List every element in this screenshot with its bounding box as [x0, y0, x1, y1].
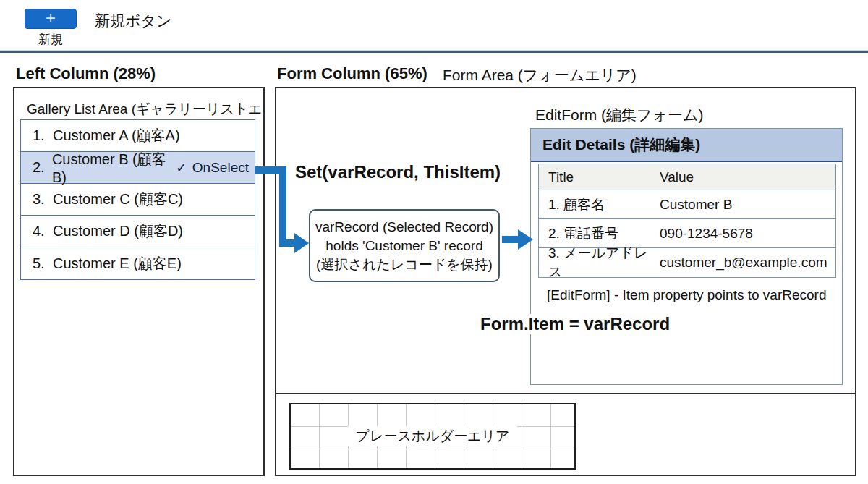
item-index: 2. [33, 159, 52, 176]
gallery-item-customer-b-selected[interactable]: 2. Customer B (顧客B) ✓ OnSelect [21, 152, 255, 184]
item-name: Customer E (顧客E) [53, 254, 182, 273]
gallery-item-customer-c[interactable]: 3. Customer C (顧客C) [21, 184, 255, 216]
form-column-box: Set(varRecord, ThisItem) varRecord (Sele… [275, 87, 856, 476]
table-row-email: 3. メールアドレス customer_b@example.com [539, 248, 835, 277]
new-button-label: 新規 [25, 31, 77, 48]
plus-icon: + [46, 9, 56, 27]
field-label: 1. 顧客名 [539, 195, 650, 214]
editform-label: EditForm (編集フォーム) [535, 105, 703, 125]
placeholder-label: プレースホルダーエリア [348, 426, 516, 446]
var-box-line: varRecord (Selected Record) [315, 218, 493, 237]
form-area-divider [275, 393, 856, 394]
set-formula-text: Set(varRecord, ThisItem) [295, 162, 501, 182]
gallery-item-customer-e[interactable]: 5. Customer E (顧客E) [21, 247, 255, 279]
item-name: Customer A (顧客A) [53, 126, 180, 145]
field-value: customer_b@example.com [650, 255, 835, 271]
column-header-title: Title [539, 169, 650, 185]
var-record-box: varRecord (Selected Record) holds 'Custo… [309, 209, 500, 282]
editform-note: [EditForm] - Item property points to var… [547, 287, 826, 303]
table-row-name: 1. 顧客名 Customer B [539, 190, 835, 219]
item-index: 5. [33, 255, 53, 272]
field-value: Customer B [650, 197, 835, 213]
form-item-formula-text: Form.Item = varRecord [477, 314, 673, 334]
gallery-item-customer-a[interactable]: 1. Customer A (顧客A) [21, 120, 255, 152]
new-button[interactable]: + [25, 9, 77, 29]
field-label: 3. メールアドレス [539, 244, 650, 281]
left-column-box: Gallery List Area (ギャラリーリストエリア) 1. Custo… [13, 87, 265, 476]
item-name: Customer D (顧客D) [53, 221, 183, 241]
form-area-label: Form Area (フォームエリア) [443, 65, 637, 85]
new-button-caption: 新規ボタン [95, 11, 171, 31]
edit-details-table: Title Value 1. 顧客名 Customer B 2. 電話番号 09… [538, 164, 836, 278]
item-index: 1. [33, 127, 53, 144]
form-column-title: Form Column (65%) [277, 64, 427, 83]
editform-box: Edit Details (詳細編集) Title Value 1. 顧客名 C… [530, 128, 843, 385]
item-index: 3. [33, 191, 53, 208]
item-name: Customer B (顧客B) [52, 150, 176, 186]
item-index: 4. [33, 223, 53, 239]
field-value: 090-1234-5678 [650, 226, 835, 242]
wireframe-diagram: + 新規 新規ボタン Left Column (28%) Gallery Lis… [0, 0, 868, 484]
edit-details-header: Edit Details (詳細編集) [531, 129, 842, 162]
table-header-row: Title Value [539, 164, 835, 190]
header-separator [0, 50, 868, 53]
var-box-line: holds 'Customer B' record [326, 237, 482, 255]
placeholder-area: プレースホルダーエリア [289, 403, 576, 470]
check-icon: ✓ [176, 159, 187, 176]
column-header-value: Value [650, 169, 835, 185]
gallery-item-customer-d[interactable]: 4. Customer D (顧客D) [21, 216, 255, 247]
var-box-line: (選択されたレコードを保持) [316, 255, 493, 274]
onselect-badge: ✓ OnSelect [176, 159, 249, 176]
gallery-list: 1. Customer A (顧客A) 2. Customer B (顧客B) … [20, 119, 255, 280]
onselect-label: OnSelect [192, 160, 249, 176]
left-column-title: Left Column (28%) [16, 64, 156, 83]
item-name: Customer C (顧客C) [53, 190, 183, 209]
field-label: 2. 電話番号 [539, 224, 650, 243]
